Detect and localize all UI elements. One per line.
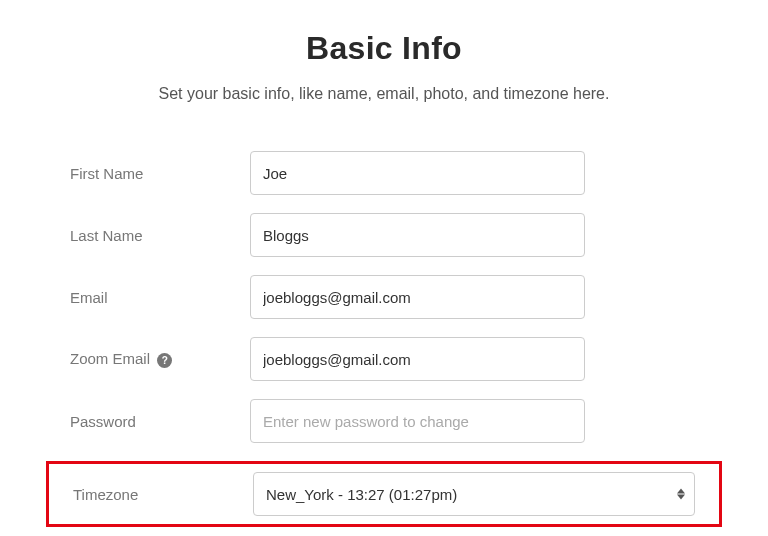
password-label: Password: [70, 413, 250, 430]
zoom-email-row: Zoom Email ?: [60, 337, 708, 381]
help-icon[interactable]: ?: [157, 353, 172, 368]
last-name-row: Last Name: [60, 213, 708, 257]
first-name-label: First Name: [70, 165, 250, 182]
email-row: Email: [60, 275, 708, 319]
timezone-label: Timezone: [73, 486, 253, 503]
password-input[interactable]: [250, 399, 585, 443]
timezone-highlight-box: Timezone New_York - 13:27 (01:27pm): [46, 461, 722, 527]
first-name-input[interactable]: [250, 151, 585, 195]
timezone-row: Timezone New_York - 13:27 (01:27pm): [49, 472, 719, 516]
page-title: Basic Info: [60, 30, 708, 67]
zoom-email-input[interactable]: [250, 337, 585, 381]
first-name-row: First Name: [60, 151, 708, 195]
password-row: Password: [60, 399, 708, 443]
email-label: Email: [70, 289, 250, 306]
email-input[interactable]: [250, 275, 585, 319]
zoom-email-label: Zoom Email ?: [70, 350, 250, 368]
last-name-input[interactable]: [250, 213, 585, 257]
last-name-label: Last Name: [70, 227, 250, 244]
zoom-email-label-text: Zoom Email: [70, 350, 150, 367]
page-subtitle: Set your basic info, like name, email, p…: [60, 85, 708, 103]
timezone-select[interactable]: New_York - 13:27 (01:27pm): [253, 472, 695, 516]
